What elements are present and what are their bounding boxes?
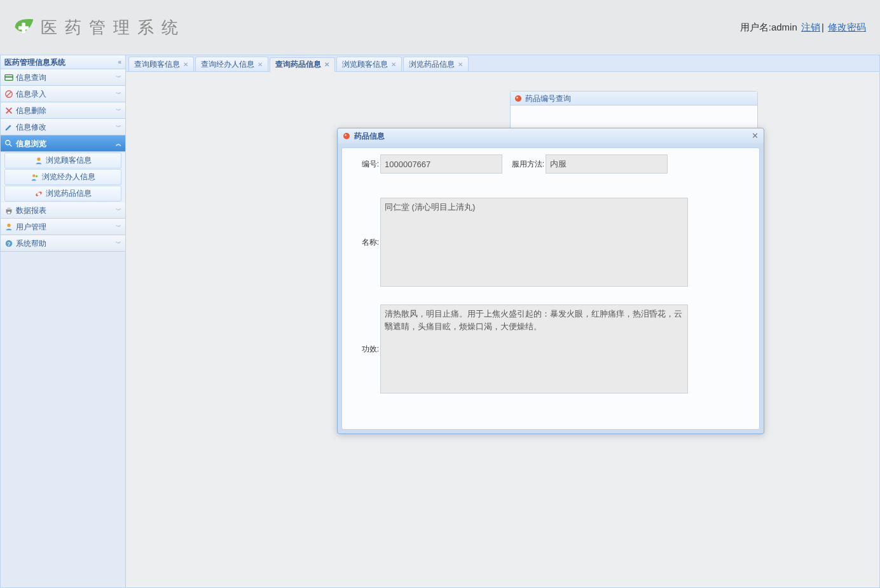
svg-point-10: [37, 157, 40, 160]
nav-group-report[interactable]: 数据报表 ︾: [1, 202, 125, 219]
svg-line-5: [7, 92, 11, 96]
close-icon[interactable]: ✕: [258, 57, 263, 72]
nav-group-query[interactable]: 信息查询 ︾: [1, 69, 125, 86]
svg-rect-3: [5, 76, 13, 78]
nav-group-add[interactable]: 信息录入 ︾: [1, 86, 125, 102]
nav-group-help[interactable]: ?系统帮助 ︾: [1, 235, 125, 252]
svg-rect-16: [7, 207, 10, 210]
sidebar-title-text: 医药管理信息系统: [4, 55, 65, 69]
chevron-down-icon: ︾: [116, 102, 121, 119]
tab-query-agent[interactable]: 查询经办人信息✕: [195, 57, 268, 71]
id-field[interactable]: [380, 154, 502, 174]
card-icon: [4, 73, 13, 82]
nav-group-edit[interactable]: 信息修改 ︾: [1, 119, 125, 135]
nav-label: 系统帮助: [16, 235, 46, 252]
svg-rect-17: [7, 211, 10, 214]
usage-label: 服用方法:: [507, 159, 546, 170]
tab-label: 浏览药品信息: [409, 57, 455, 72]
close-icon[interactable]: ✕: [324, 57, 329, 72]
user-label-prefix: 用户名:: [740, 22, 771, 32]
collapse-icon[interactable]: «: [118, 55, 121, 69]
panel-header: 药品编号查询: [511, 92, 757, 106]
nav-group-delete[interactable]: 信息删除 ︾: [1, 102, 125, 119]
dialog-title: 药品信息: [354, 128, 385, 144]
chevron-down-icon: ︾: [116, 219, 121, 235]
tab-query-drug[interactable]: 查询药品信息✕: [270, 57, 335, 72]
tab-browse-customer[interactable]: 浏览顾客信息✕: [336, 57, 402, 71]
main-area: 医药管理信息系统 « 信息查询 ︾ 信息录入 ︾ 信息删除 ︾ 信息修改 ︾ 信…: [0, 55, 880, 588]
logout-link[interactable]: 注销: [801, 22, 820, 32]
svg-line-9: [10, 144, 12, 146]
sub-item-browse-drug[interactable]: 浏览药品信息: [4, 186, 121, 202]
svg-text:?: ?: [7, 240, 10, 247]
tab-body: 药品编号查询 药品信息 ✕ 编号:: [126, 72, 879, 587]
tab-bar: 查询顾客信息✕ 查询经办人信息✕ 查询药品信息✕ 浏览顾客信息✕ 浏览药品信息✕: [126, 55, 879, 72]
chevron-up-icon: ︽: [116, 135, 121, 152]
sub-label: 浏览顾客信息: [46, 153, 92, 168]
sub-label: 浏览药品信息: [46, 186, 92, 202]
close-icon[interactable]: ✕: [458, 57, 463, 72]
svg-point-24: [345, 134, 347, 136]
sidebar-title: 医药管理信息系统 «: [1, 55, 125, 69]
user-area: 用户名:admin 注销| 修改密码: [740, 22, 867, 34]
svg-point-18: [7, 223, 10, 226]
user-icon: [4, 222, 13, 231]
tab-query-customer[interactable]: 查询顾客信息✕: [128, 57, 194, 71]
nav-group-browse[interactable]: 信息浏览 ︽: [1, 135, 125, 152]
tab-label: 查询顾客信息: [134, 57, 180, 72]
nav-label: 用户管理: [16, 219, 46, 235]
svg-point-23: [343, 133, 350, 139]
chevron-down-icon: ︾: [116, 202, 121, 219]
dialog-header[interactable]: 药品信息 ✕: [338, 128, 764, 144]
sidebar: 医药管理信息系统 « 信息查询 ︾ 信息录入 ︾ 信息删除 ︾ 信息修改 ︾ 信…: [0, 55, 126, 588]
close-icon[interactable]: ✕: [752, 128, 759, 144]
svg-point-14: [37, 192, 40, 195]
nav-label: 信息修改: [16, 119, 46, 135]
chevron-down-icon: ︾: [116, 69, 121, 86]
name-label: 名称:: [346, 237, 380, 248]
red-ball-icon: [514, 95, 522, 102]
dialog-body: 编号: 服用方法: 名称:: [341, 147, 760, 430]
people-icon: [31, 173, 39, 182]
sub-label: 浏览经办人信息: [42, 169, 95, 185]
usage-field[interactable]: [546, 154, 668, 174]
nav-label: 数据报表: [16, 202, 46, 219]
nav-group-user[interactable]: 用户管理 ︾: [1, 219, 125, 235]
username: admin: [771, 22, 797, 32]
svg-point-8: [6, 140, 10, 144]
nav-label: 信息查询: [16, 69, 46, 86]
logo-area: 医药管理系统: [13, 16, 186, 39]
sub-item-browse-agent[interactable]: 浏览经办人信息: [4, 169, 121, 185]
effect-label: 功效:: [346, 344, 380, 355]
x-icon: [4, 106, 13, 115]
change-password-link[interactable]: 修改密码: [828, 22, 866, 32]
nav-label: 信息录入: [16, 86, 46, 102]
tab-browse-drug[interactable]: 浏览药品信息✕: [403, 57, 469, 71]
pill-icon: [34, 189, 43, 198]
chevron-down-icon: ︾: [116, 86, 121, 102]
printer-icon: [4, 206, 13, 215]
chevron-down-icon: ︾: [116, 119, 121, 135]
sub-items: 浏览顾客信息 浏览经办人信息 浏览药品信息: [1, 153, 125, 202]
close-icon[interactable]: ✕: [391, 57, 396, 72]
name-field[interactable]: [380, 198, 688, 287]
help-icon: ?: [4, 239, 13, 248]
nav-label: 信息删除: [16, 102, 46, 119]
separator: |: [822, 22, 827, 32]
app-header: 医药管理系统 用户名:admin 注销| 修改密码: [0, 0, 880, 55]
search-icon: [4, 139, 13, 148]
id-label: 编号:: [346, 159, 380, 170]
svg-point-22: [516, 97, 518, 99]
app-title: 医药管理系统: [41, 17, 186, 39]
close-icon[interactable]: ✕: [183, 57, 188, 72]
pencil-icon: [4, 123, 13, 132]
svg-point-21: [515, 95, 521, 102]
tab-label: 查询药品信息: [275, 57, 321, 72]
effect-field[interactable]: [380, 304, 688, 393]
svg-point-11: [32, 174, 35, 177]
tab-label: 浏览顾客信息: [342, 57, 388, 72]
tab-label: 查询经办人信息: [201, 57, 254, 72]
chevron-down-icon: ︾: [116, 235, 121, 252]
sub-item-browse-customer[interactable]: 浏览顾客信息: [4, 153, 121, 168]
svg-point-12: [36, 175, 38, 177]
